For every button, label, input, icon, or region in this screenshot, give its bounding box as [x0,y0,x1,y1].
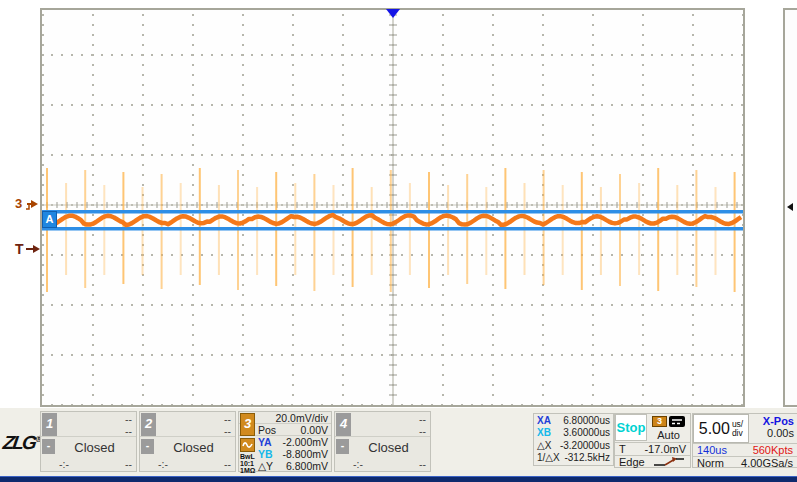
cursor-xb-label: XB [537,427,551,438]
memory-depth: 560Kpts [753,444,793,456]
channel1-badge[interactable]: 1 [42,413,57,436]
channel2-box[interactable]: 2 - -- -- Closed -:- -- [139,411,236,472]
zlg-logo: ZLG® [1,432,43,454]
channel4-box[interactable]: 4 - -- -- Closed -:- -- [334,411,431,472]
cursor-dx-label: △X [537,440,551,451]
channel2-minus-chip[interactable]: - [141,439,154,454]
timebase-unit-bottom: div [732,428,743,438]
cursor-fx-value: -312.5kHz [564,452,610,463]
cursor-xa-label: XA [537,415,551,426]
cursor-dy-value: 6.800mV [286,460,328,472]
channel3-arrow-icon [23,197,38,211]
trigger-mode[interactable]: Auto [647,429,690,441]
cursor-ya-value: -2.000mV [282,436,328,448]
channel4-badge[interactable]: 4 [336,413,351,436]
channel3-box[interactable]: 3 BwL 10:1 1MΩ 20.0mV/div Pos 0.00V YA -… [238,411,332,472]
cursor-dy-label: △Y [258,460,273,472]
run-stop-button[interactable]: Stop [615,414,647,441]
channel1-state: Closed [41,437,136,457]
channel3-badge[interactable]: 3 [240,413,255,436]
channel3-bwl: BwL [240,453,257,460]
cursor-dx-value: -3.20000us [560,440,610,451]
channel4-bottom-left: -:- [353,458,363,470]
trigger-panel: Stop 3 Auto T -17.0mV Edge [614,413,691,468]
acquisition-mode[interactable]: Norm [697,457,724,469]
channel2-bottom-left: -:- [158,458,168,470]
timebase-scale-button[interactable]: 5.00 us/ div [693,414,749,443]
bottom-edge-strip [0,476,797,482]
cursor-xa-value: 6.80000us [563,415,610,426]
ac-coupling-icon[interactable] [240,438,255,452]
timebase-panel: 5.00 us/ div X-Pos 0.00s 140us 560Kpts N… [692,413,797,468]
panel-collapse-icon[interactable] [787,203,793,211]
trigger-arrow-icon [25,243,40,255]
channel3-pos-label: Pos [258,424,276,436]
trigger-type[interactable]: Edge [619,456,645,468]
timebase-scale-value: 5.00 [699,420,730,438]
cursor-fx-label: 1/△X [537,452,560,463]
waveform-display[interactable] [40,8,745,407]
channel2-badge[interactable]: 2 [141,413,156,436]
x-cursor-panel: XA 6.80000us XB 3.60000us △X -3.20000us … [533,413,614,466]
trigger-source-badge[interactable]: 3 [652,416,667,427]
channel1-bottom-left: -:- [59,458,69,470]
trigger-coupling-icon[interactable] [669,416,685,427]
channel3-ground-marker[interactable]: 3 [15,196,38,211]
rising-edge-icon [652,456,686,468]
cursor-yb-label: YB [258,448,273,460]
channel1-bottom-right: -- [125,458,132,470]
cursor-yb-value: -8.800mV [282,448,328,460]
cursor-a-handle[interactable]: A [42,211,57,228]
x-position-readout[interactable]: X-Pos 0.00s [749,414,797,443]
channel3-pos-value: 0.00V [301,424,328,436]
channel2-bottom-right: -- [224,458,231,470]
cursor-xb-value: 3.60000us [563,427,610,438]
sample-rate: 4.00GSa/s [741,457,793,469]
capture-window: 140us [697,444,727,456]
trigger-level-label: T [619,443,626,455]
channel1-box[interactable]: 1 - -- -- Closed -:- -- [40,411,137,472]
chann4-bottom-right: -- [419,458,426,470]
trigger-level-value: -17.0mV [644,443,686,455]
x-pos-value: 0.00s [749,427,794,439]
channel3-probe: 10:1 [240,460,257,467]
channel1-minus-chip[interactable]: - [42,439,55,454]
waveform-canvas [42,10,743,405]
trigger-level-marker[interactable]: T [15,241,40,257]
trigger-position-marker-icon[interactable] [386,9,400,18]
channel2-state: Closed [140,437,235,457]
cursor-ya-label: YA [258,436,272,448]
channel4-minus-chip[interactable]: - [336,439,349,454]
channel3-impedance: 1MΩ [240,467,257,474]
channel4-state: Closed [335,437,430,457]
x-pos-label: X-Pos [749,415,794,427]
